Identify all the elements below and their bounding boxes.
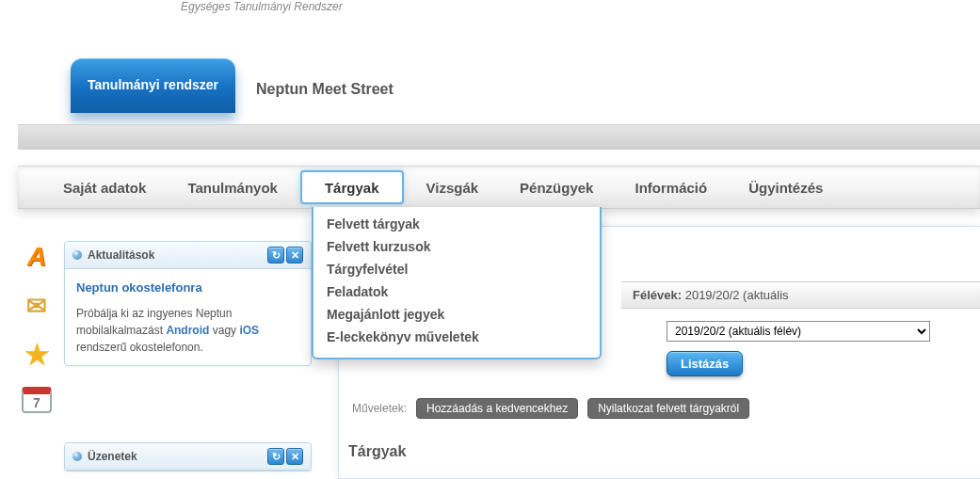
widget-news: Aktualitások ↻ ✕ Neptun okostelefonra Pr… xyxy=(64,241,312,366)
news-text-mid: vagy xyxy=(209,324,239,337)
link-ios[interactable]: iOS xyxy=(239,324,259,337)
add-to-favorites-button[interactable]: Hozzáadás a kedvencekhez xyxy=(416,398,578,419)
widget-messages: Üzenetek ↻ ✕ xyxy=(64,442,312,471)
declaration-button[interactable]: Nyilatkozat felvett tárgyakról xyxy=(587,398,749,419)
semester-select[interactable]: 2019/20/2 (aktuális félév) xyxy=(667,321,930,342)
bullet-icon xyxy=(72,452,82,461)
tab-meet-street[interactable]: Neptun Meet Street xyxy=(235,58,414,120)
menu-penzugyek[interactable]: Pénzügyek xyxy=(499,167,614,208)
dd-felvett-kurzusok[interactable]: Felvett kurzusok xyxy=(313,235,600,258)
semesters-label: Félévek: xyxy=(633,288,682,302)
decor-band xyxy=(18,124,980,151)
menu-vizsgak[interactable]: Vizsgák xyxy=(406,167,500,208)
star-icon[interactable]: ★ xyxy=(20,338,54,372)
close-icon[interactable]: ✕ xyxy=(286,448,303,465)
menu-tanulmanyok[interactable]: Tanulmányok xyxy=(167,167,298,208)
menu-sajat-adatok[interactable]: Saját adatok xyxy=(42,167,167,208)
menu-ugyintezes[interactable]: Ügyintézés xyxy=(728,167,843,208)
section-title: Tárgyak xyxy=(348,443,406,460)
refresh-icon[interactable]: ↻ xyxy=(267,448,284,465)
refresh-icon[interactable]: ↻ xyxy=(267,247,284,263)
dd-feladatok[interactable]: Feladatok xyxy=(313,280,600,303)
menu-targyak[interactable]: Tárgyak xyxy=(300,170,404,204)
operations-row: Műveletek: Hozzáadás a kedvencekhez Nyil… xyxy=(343,392,980,424)
dd-e-leckekonyv[interactable]: E-leckekönyv műveletek xyxy=(313,326,600,348)
envelope-icon[interactable]: ✉ xyxy=(20,289,54,323)
system-tabs: Tanulmányi rendszer Neptun Meet Street xyxy=(71,58,414,120)
widget-messages-title: Üzenetek xyxy=(88,450,137,463)
widget-messages-header: Üzenetek ↻ ✕ xyxy=(65,443,311,471)
list-button[interactable]: Listázás xyxy=(667,351,743,376)
news-text-2: rendszerű okostelefonon. xyxy=(76,341,203,354)
letter-a-icon[interactable]: A xyxy=(20,240,54,274)
logo-subtitle: Egységes Tanulmányi Rendszer xyxy=(181,0,343,13)
dd-megajanlott-jegyek[interactable]: Megajánlott jegyek xyxy=(313,303,600,326)
main-menu: Saját adatok Tanulmányok Tárgyak Vizsgák… xyxy=(18,166,980,209)
menu-informacio[interactable]: Információ xyxy=(614,167,728,208)
widget-news-body: Neptun okostelefonra Próbálja ki az ingy… xyxy=(65,269,311,365)
semesters-value: 2019/20/2 (aktuális xyxy=(685,288,789,302)
operations-label: Műveletek: xyxy=(352,402,407,415)
bullet-icon xyxy=(72,250,82,260)
side-icon-column: A ✉ ★ 7 xyxy=(18,240,57,428)
tab-study-system[interactable]: Tanulmányi rendszer xyxy=(71,58,235,113)
news-headline[interactable]: Neptun okostelefonra xyxy=(76,279,299,297)
semesters-bar: Félévek: 2019/20/2 (aktuális xyxy=(621,281,980,309)
widget-news-header: Aktualitások ↻ ✕ xyxy=(65,242,311,269)
widget-news-title: Aktualitások xyxy=(88,248,154,262)
menu-targyak-dropdown: Felvett tárgyak Felvett kurzusok Tárgyfe… xyxy=(312,207,602,359)
link-android[interactable]: Android xyxy=(166,324,209,337)
filters-box: 2019/20/2 (aktuális félév) Listázás xyxy=(621,311,980,390)
dd-targyfelvetel[interactable]: Tárgyfelvétel xyxy=(313,258,600,280)
close-icon[interactable]: ✕ xyxy=(286,247,303,263)
calendar-icon[interactable]: 7 xyxy=(22,387,52,413)
dd-felvett-targyak[interactable]: Felvett tárgyak xyxy=(313,213,600,235)
